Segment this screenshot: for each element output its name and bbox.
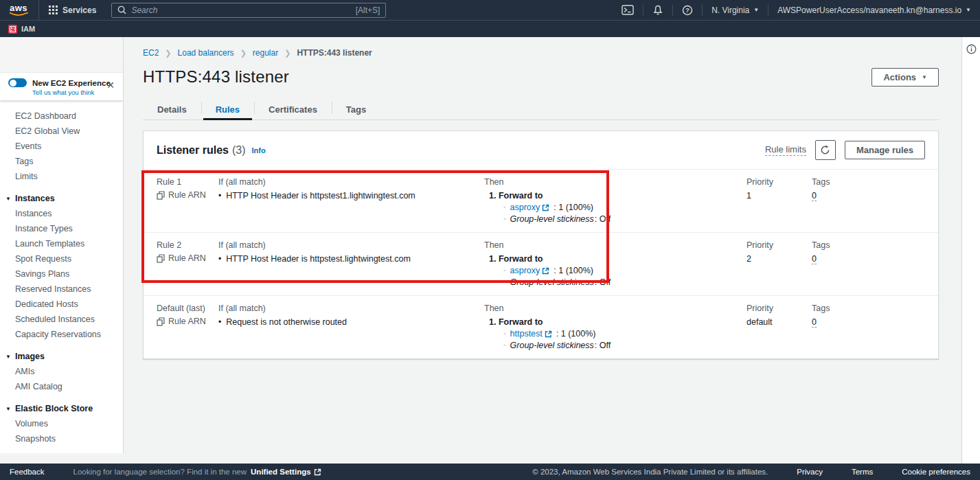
- toggle-knob: [10, 80, 16, 87]
- page-title: HTTPS:443 listener: [143, 67, 289, 87]
- favorite-iam[interactable]: IAM: [0, 25, 43, 34]
- top-navigation: aws Services [Alt+S] ?: [0, 0, 980, 20]
- tab-details[interactable]: Details: [143, 99, 201, 119]
- sidebar-item-snapshots[interactable]: Snapshots: [0, 431, 123, 446]
- close-icon[interactable]: ✕: [106, 80, 115, 91]
- priority-value: default: [747, 317, 812, 328]
- feedback-button[interactable]: Feedback: [10, 468, 45, 476]
- feedback-link[interactable]: Tell us what you think: [32, 89, 116, 96]
- chevron-down-icon: ▼: [966, 7, 971, 13]
- tab-tags[interactable]: Tags: [332, 99, 380, 119]
- new-experience-toggle[interactable]: [8, 78, 27, 87]
- tab-rules[interactable]: Rules: [201, 99, 254, 119]
- account-menu[interactable]: AWSPowerUserAccess/navaneeth.kn@harness.…: [768, 0, 980, 20]
- actions-button[interactable]: Actions▼: [871, 68, 939, 87]
- panel-header: Listener rules (3) Info Rule limits Mana…: [144, 131, 938, 169]
- sidebar-item-instances[interactable]: Instances: [0, 206, 123, 221]
- sidebar-section-ebs[interactable]: ▼Elastic Block Store: [0, 401, 123, 416]
- forward-to-label: Forward to: [499, 191, 543, 201]
- tags-count-link[interactable]: 0: [812, 317, 817, 328]
- rule-row-2: Rule 2 Rule ARN If (all match) •HTTP Hos…: [144, 232, 938, 295]
- terms-link[interactable]: Terms: [852, 468, 873, 476]
- target-group-link[interactable]: httpstest: [510, 328, 552, 340]
- unified-settings-link[interactable]: Unified Settings: [251, 468, 321, 476]
- sidebar-item-capacity-reservations[interactable]: Capacity Reservations: [0, 327, 123, 342]
- sidebar-item-scheduled-instances[interactable]: Scheduled Instances: [0, 312, 123, 327]
- privacy-link[interactable]: Privacy: [797, 468, 823, 476]
- sidebar-item-limits[interactable]: Limits: [0, 169, 123, 184]
- sidebar-item-amis[interactable]: AMIs: [0, 364, 123, 379]
- triangle-down-icon: ▼: [5, 354, 11, 360]
- sidebar-item-events[interactable]: Events: [0, 139, 123, 154]
- manage-rules-button[interactable]: Manage rules: [845, 141, 925, 159]
- region-selector[interactable]: N. Virginia ▼: [703, 0, 768, 20]
- listener-tabs: Details Rules Certificates Tags: [143, 99, 939, 120]
- sidebar-item-reserved-instances[interactable]: Reserved Instances: [0, 282, 123, 297]
- sidebar-item-tags[interactable]: Tags: [0, 154, 123, 169]
- cookie-preferences-link[interactable]: Cookie preferences: [902, 468, 970, 476]
- help-button[interactable]: ?: [673, 0, 702, 20]
- rule-arn-copy[interactable]: Rule ARN: [157, 190, 218, 200]
- sidebar-item-dedicated-hosts[interactable]: Dedicated Hosts: [0, 297, 123, 312]
- rules-count: (3): [232, 144, 246, 157]
- copy-icon: [157, 254, 165, 263]
- tags-count-link[interactable]: 0: [812, 254, 817, 264]
- bell-icon: [652, 5, 663, 16]
- sidebar-item-ami-catalog[interactable]: AMI Catalog: [0, 379, 123, 394]
- panel-title: Listener rules: [157, 144, 229, 157]
- sidebar-item-ec2-dashboard[interactable]: EC2 Dashboard: [0, 108, 123, 124]
- rule-limits-link[interactable]: Rule limits: [765, 144, 806, 156]
- rule-then-cell: Then 1. Forward to ◦asproxy: 1 (100%) ◦G…: [484, 177, 747, 225]
- breadcrumb-load-balancers[interactable]: Load balancers: [178, 48, 234, 58]
- chevron-separator-icon: ❯: [240, 49, 247, 58]
- new-experience-card: New EC2 Experience Tell us what you thin…: [0, 73, 123, 100]
- copy-icon: [157, 191, 165, 200]
- sidebar-section-images[interactable]: ▼Images: [0, 349, 123, 364]
- listener-rules-panel: Listener rules (3) Info Rule limits Mana…: [143, 130, 939, 359]
- ec2-console: aws Services [Alt+S] ?: [0, 0, 980, 480]
- rule-name-cell: Rule 1 Rule ARN: [157, 177, 218, 225]
- global-search[interactable]: [Alt+S]: [111, 3, 386, 18]
- sidebar-item-spot-requests[interactable]: Spot Requests: [0, 251, 123, 266]
- sidebar-item-savings-plans[interactable]: Savings Plans: [0, 266, 123, 282]
- tags-count-link[interactable]: 0: [812, 191, 817, 201]
- breadcrumb-ec2[interactable]: EC2: [143, 48, 159, 58]
- sidebar-item-volumes[interactable]: Volumes: [0, 416, 123, 431]
- sub-bullet-icon: ◦: [503, 265, 506, 277]
- refresh-button[interactable]: [815, 140, 836, 160]
- sidebar-item-launch-templates[interactable]: Launch Templates: [0, 236, 123, 251]
- rule-priority-cell: Priority 2: [747, 240, 812, 288]
- aws-smile-icon: [8, 12, 29, 16]
- services-menu-button[interactable]: Services: [39, 5, 106, 15]
- sub-bullet-icon: ◦: [503, 328, 506, 340]
- account-label: AWSPowerUserAccess/navaneeth.kn@harness.…: [777, 5, 961, 15]
- sidebar-item-ec2-global-view[interactable]: EC2 Global View: [0, 124, 123, 139]
- rule-condition: Request is not otherwise routed: [226, 317, 347, 328]
- bullet-icon: •: [218, 317, 221, 328]
- breadcrumb-regular[interactable]: regular: [253, 48, 278, 58]
- forward-to-label: Forward to: [499, 317, 543, 327]
- sidebar-item-instance-types[interactable]: Instance Types: [0, 221, 123, 236]
- info-icon[interactable]: [966, 44, 977, 54]
- chevron-down-icon: ▼: [753, 7, 759, 13]
- rule-condition: HTTP Host Header is httpstest1.lightwing…: [226, 190, 415, 201]
- aws-logo[interactable]: aws: [8, 4, 29, 16]
- cloudshell-button[interactable]: [613, 0, 643, 20]
- sidebar-section-instances[interactable]: ▼Instances: [0, 191, 123, 206]
- tab-certificates[interactable]: Certificates: [254, 99, 332, 119]
- svg-text:?: ?: [685, 7, 690, 14]
- rule-name-cell: Default (last) Rule ARN: [157, 304, 218, 351]
- target-group-link[interactable]: asproxy: [510, 265, 550, 277]
- sidebar-nav: EC2 Dashboard EC2 Global View Events Tag…: [0, 108, 123, 446]
- aws-logo-text: aws: [10, 4, 27, 12]
- search-input[interactable]: [131, 5, 355, 15]
- stickiness-label: Group-level stickiness: [510, 277, 594, 288]
- rule-then-cell: Then 1. Forward to ◦asproxy: 1 (100%) ◦G…: [484, 240, 747, 288]
- target-group-link[interactable]: asproxy: [510, 202, 550, 214]
- rule-arn-copy[interactable]: Rule ARN: [157, 317, 218, 326]
- rule-arn-copy[interactable]: Rule ARN: [157, 253, 218, 263]
- rule-name-cell: Rule 2 Rule ARN: [157, 240, 218, 288]
- topnav-right: ? N. Virginia ▼ AWSPowerUserAccess/navan…: [613, 0, 980, 20]
- info-link[interactable]: Info: [252, 146, 266, 155]
- notifications-button[interactable]: [643, 0, 672, 20]
